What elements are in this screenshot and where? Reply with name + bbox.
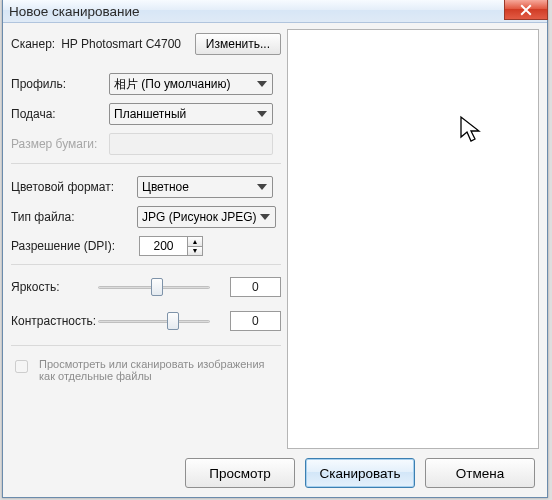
papersize-row: Размер бумаги: (11, 133, 281, 155)
profile-select[interactable]: 相片 (По умолчанию) (109, 73, 273, 95)
colorformat-select[interactable]: Цветное (137, 176, 273, 198)
brightness-thumb[interactable] (151, 278, 163, 296)
titlebar: Новое сканирование (3, 0, 547, 23)
divider-3 (11, 345, 281, 346)
scanner-label: Сканер: (11, 37, 55, 51)
profile-row: Профиль: 相片 (По умолчанию) (11, 73, 281, 95)
close-icon (520, 4, 532, 16)
preview-area[interactable] (287, 29, 539, 449)
filetype-row: Тип файла: JPG (Рисунок JPEG) (11, 206, 281, 228)
brightness-slider[interactable] (98, 278, 210, 296)
resolution-down[interactable]: ▼ (187, 246, 203, 256)
window-controls (504, 0, 547, 22)
feed-label: Подача: (11, 107, 103, 121)
papersize-label: Размер бумаги: (11, 137, 103, 151)
window-title: Новое сканирование (9, 4, 140, 19)
separate-files-checkbox (15, 360, 28, 373)
cancel-button[interactable]: Отмена (425, 458, 535, 488)
resolution-row: Разрешение (DPI): ▲ ▼ (11, 236, 281, 256)
resolution-up[interactable]: ▲ (187, 236, 203, 246)
close-button[interactable] (504, 0, 548, 20)
preview-button[interactable]: Просмотр (185, 458, 295, 488)
brightness-label: Яркость: (11, 280, 98, 294)
papersize-select (109, 133, 273, 155)
contrast-row: Контрастность: 0 (11, 311, 281, 331)
divider-2 (11, 264, 281, 265)
resolution-input[interactable] (139, 236, 187, 256)
separate-files-row: Просмотреть или сканировать изображения … (11, 358, 281, 382)
feed-row: Подача: Планшетный (11, 103, 281, 125)
scan-button[interactable]: Сканировать (305, 458, 415, 488)
settings-pane: Сканер: HP Photosmart C4700 Изменить... … (11, 29, 281, 449)
client-area: Сканер: HP Photosmart C4700 Изменить... … (3, 23, 547, 497)
resolution-spinner[interactable]: ▲ ▼ (139, 236, 203, 256)
scanner-name: HP Photosmart C4700 (61, 37, 181, 51)
button-bar: Просмотр Сканировать Отмена (3, 449, 547, 497)
scan-dialog: Новое сканирование Сканер: HP Photosmart… (2, 0, 548, 498)
brightness-row: Яркость: 0 (11, 277, 281, 297)
divider-1 (11, 163, 281, 164)
scanner-row: Сканер: HP Photosmart C4700 Изменить... (11, 33, 281, 55)
contrast-label: Контрастность: (11, 314, 98, 328)
colorformat-row: Цветовой формат: Цветное (11, 176, 281, 198)
brightness-value: 0 (230, 277, 281, 297)
resolution-label: Разрешение (DPI): (11, 239, 139, 253)
feed-select[interactable]: Планшетный (109, 103, 273, 125)
profile-label: Профиль: (11, 77, 103, 91)
filetype-select[interactable]: JPG (Рисунок JPEG) (137, 206, 276, 228)
contrast-thumb[interactable] (167, 312, 179, 330)
filetype-label: Тип файла: (11, 210, 131, 224)
colorformat-label: Цветовой формат: (11, 180, 131, 194)
change-scanner-button[interactable]: Изменить... (195, 33, 281, 55)
contrast-slider[interactable] (98, 312, 210, 330)
separate-files-label: Просмотреть или сканировать изображения … (39, 358, 281, 382)
contrast-value: 0 (230, 311, 281, 331)
